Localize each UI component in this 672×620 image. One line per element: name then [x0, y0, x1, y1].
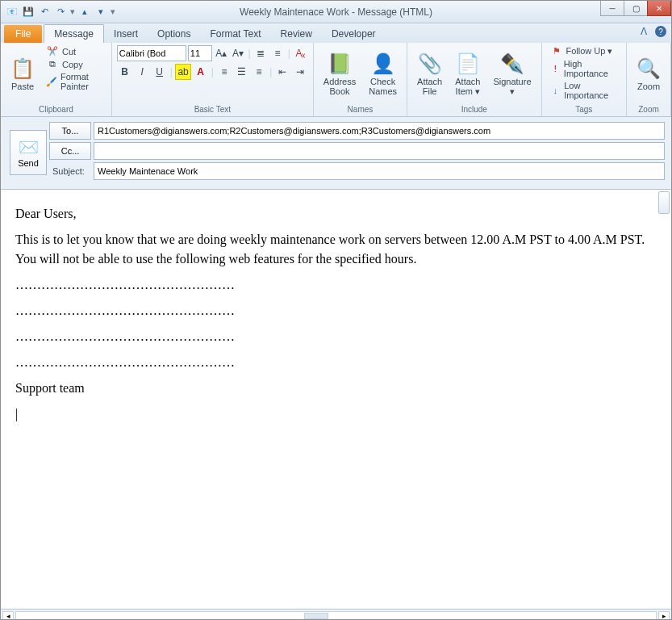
group-tags: ⚑Follow Up ▾ !High Importance ↓Low Impor…: [542, 43, 627, 116]
italic-icon[interactable]: I: [134, 64, 150, 80]
attach-item-icon: 📄: [456, 52, 480, 75]
align-right-icon[interactable]: ≡: [251, 64, 267, 80]
body-para1: This is to let you know that we are doin…: [15, 230, 657, 269]
scroll-thumb[interactable]: [304, 613, 328, 619]
qat-customize[interactable]: ▾: [111, 6, 115, 17]
body-signoff: Support team: [15, 379, 657, 398]
address-book-icon: 📗: [328, 52, 352, 75]
body-dots-1: ……………………………………………: [15, 275, 657, 295]
clear-format-icon[interactable]: Aᵪ: [293, 45, 308, 61]
font-size-combo[interactable]: [188, 45, 212, 61]
increase-indent-icon[interactable]: ⇥: [292, 64, 308, 80]
file-tab[interactable]: File: [4, 25, 42, 43]
body-cursor: |: [15, 404, 657, 424]
maximize-button[interactable]: ▢: [624, 1, 648, 16]
group-label-tags: Tags: [547, 103, 621, 116]
title-bar: 📧 💾 ↶ ↷ ▾ ▴ ▾ ▾ Weekly Maintenace Work -…: [1, 1, 671, 23]
tab-developer[interactable]: Developer: [322, 25, 386, 43]
scroll-track[interactable]: [15, 611, 657, 621]
body-dots-2: ……………………………………………: [15, 301, 657, 320]
zoom-button[interactable]: 🔍Zoom: [632, 45, 666, 103]
copy-icon: ⧉: [46, 59, 59, 69]
format-painter-button[interactable]: 🖌️Format Painter: [43, 71, 106, 92]
group-zoom: 🔍Zoom Zoom: [627, 43, 671, 116]
paste-icon: 📋: [10, 57, 35, 80]
horizontal-scrollbar[interactable]: ◂ ▸: [1, 609, 671, 620]
outlook-icon[interactable]: 📧: [6, 6, 19, 19]
quick-access-toolbar: 📧 💾 ↶ ↷ ▾ ▴ ▾ ▾: [1, 6, 120, 19]
ribbon: 📋 Paste ✂️Cut ⧉Copy 🖌️Format Painter Cli…: [1, 43, 671, 117]
high-importance-button[interactable]: !High Importance: [547, 58, 621, 79]
paste-button[interactable]: 📋 Paste: [6, 45, 40, 103]
low-importance-button[interactable]: ↓Low Importance: [547, 80, 621, 101]
tab-review[interactable]: Review: [271, 25, 322, 43]
ribbon-tabs: File Message Insert Options Format Text …: [1, 23, 671, 43]
to-button[interactable]: To...: [49, 122, 91, 140]
minimize-button[interactable]: ─: [600, 1, 624, 16]
signature-button[interactable]: ✒️Signature ▾: [488, 45, 536, 103]
to-input[interactable]: [94, 122, 665, 140]
next-item-icon[interactable]: ▾: [94, 6, 107, 19]
qat-divider: ▾: [70, 6, 75, 17]
attach-item-button[interactable]: 📄Attach Item ▾: [450, 45, 485, 103]
cut-button[interactable]: ✂️Cut: [43, 45, 106, 57]
group-label-clipboard: Clipboard: [6, 103, 106, 116]
close-button[interactable]: ✕: [647, 1, 671, 16]
cc-input[interactable]: [94, 142, 665, 160]
body-greeting: Dear Users,: [15, 204, 657, 224]
message-body[interactable]: Dear Users, This is to let you know that…: [1, 190, 671, 438]
high-importance-icon: !: [550, 64, 561, 73]
subject-label: Subject:: [49, 166, 91, 176]
shrink-font-icon[interactable]: A▾: [231, 45, 246, 61]
decrease-indent-icon[interactable]: ⇤: [275, 64, 291, 80]
undo-icon[interactable]: ↶: [38, 6, 51, 19]
signature-icon: ✒️: [500, 52, 524, 75]
attach-file-icon: 📎: [418, 52, 442, 75]
attach-file-button[interactable]: 📎Attach File: [412, 45, 447, 103]
minimize-ribbon-icon[interactable]: ᐱ: [641, 26, 647, 37]
save-icon[interactable]: 💾: [22, 6, 35, 19]
check-names-icon: 👤: [371, 52, 395, 75]
format-painter-icon: 🖌️: [46, 77, 57, 87]
help-icon[interactable]: ?: [655, 26, 666, 37]
flag-icon: ⚑: [550, 46, 563, 57]
tab-format-text[interactable]: Format Text: [200, 25, 270, 43]
message-body-container: Dear Users, This is to let you know that…: [1, 189, 671, 609]
cut-icon: ✂️: [46, 46, 59, 57]
underline-icon[interactable]: U: [152, 64, 168, 80]
bold-icon[interactable]: B: [117, 64, 133, 80]
address-book-button[interactable]: 📗Address Book: [319, 45, 361, 103]
group-label-include: Include: [412, 103, 536, 116]
window-controls: ─ ▢ ✕: [601, 1, 671, 16]
body-dots-4: ……………………………………………: [15, 353, 657, 372]
cc-button[interactable]: Cc...: [49, 142, 91, 160]
check-names-button[interactable]: 👤Check Names: [364, 45, 402, 103]
group-clipboard: 📋 Paste ✂️Cut ⧉Copy 🖌️Format Painter Cli…: [1, 43, 112, 116]
copy-button[interactable]: ⧉Copy: [43, 58, 106, 70]
tab-insert[interactable]: Insert: [104, 25, 148, 43]
zoom-slider-handle[interactable]: [658, 191, 670, 214]
compose-header: ✉️ Send To... Cc... Subject:: [1, 117, 671, 189]
tab-message[interactable]: Message: [44, 24, 104, 43]
redo-icon[interactable]: ↷: [54, 6, 67, 19]
scroll-left-icon[interactable]: ◂: [2, 611, 14, 621]
tab-options[interactable]: Options: [148, 25, 200, 43]
low-importance-icon: ↓: [550, 86, 561, 95]
group-basic-text: A▴ A▾ | ≣ ≡ | Aᵪ B I U | ab A | ≡ ☰ ≡ | …: [112, 43, 314, 116]
send-icon: ✉️: [19, 137, 39, 157]
send-button[interactable]: ✉️ Send: [10, 130, 47, 175]
grow-font-icon[interactable]: A▴: [214, 45, 229, 61]
group-label-zoom: Zoom: [632, 103, 666, 116]
align-center-icon[interactable]: ☰: [234, 64, 250, 80]
subject-input[interactable]: [94, 162, 665, 180]
bullets-icon[interactable]: ≣: [253, 45, 269, 61]
font-name-combo[interactable]: [117, 45, 186, 61]
numbering-icon[interactable]: ≡: [270, 45, 286, 61]
group-names: 📗Address Book 👤Check Names Names: [314, 43, 407, 116]
scroll-right-icon[interactable]: ▸: [658, 611, 670, 621]
font-color-icon[interactable]: A: [193, 64, 209, 80]
follow-up-button[interactable]: ⚑Follow Up ▾: [547, 45, 621, 57]
previous-item-icon[interactable]: ▴: [78, 6, 91, 19]
align-left-icon[interactable]: ≡: [216, 64, 232, 80]
highlight-icon[interactable]: ab: [175, 64, 191, 80]
